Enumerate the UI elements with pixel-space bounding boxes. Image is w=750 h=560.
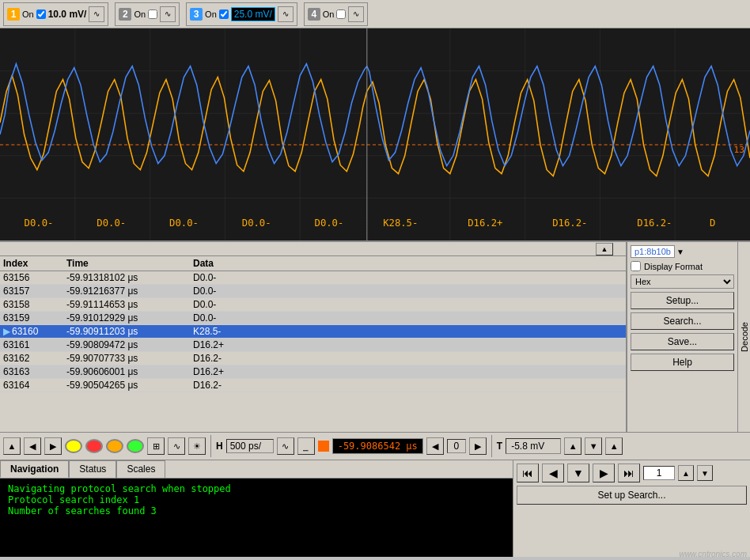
row-data: D0.0-	[193, 312, 623, 324]
table-row[interactable]: 63161 -59.90809472 μs D16.2+	[0, 339, 626, 352]
p1-label[interactable]: p1:8b10b	[631, 245, 675, 258]
format-select[interactable]: Hex Decimal Binary ASCII	[631, 274, 734, 289]
ch4-checkbox[interactable]	[336, 9, 346, 19]
trigger-up-btn[interactable]: ▲	[3, 437, 21, 455]
nav-first-btn[interactable]: ⏮	[517, 464, 539, 482]
wave-btn[interactable]: ∿	[168, 437, 185, 455]
voltage-up-btn[interactable]: ▲	[564, 437, 581, 455]
waveform-svg: D0.0- D0.0- D0.0- D0.0- D0.0- K28.5- D16…	[0, 28, 750, 240]
table-row[interactable]: 63157 -59.91216377 μs D0.0-	[0, 285, 626, 298]
divider-1	[210, 435, 211, 457]
table-row[interactable]: 63159 -59.91012929 μs D0.0-	[0, 312, 626, 325]
nav-panel: Navigation Status Scales Navigating prot…	[0, 460, 750, 557]
row-data: D16.2+	[193, 339, 623, 350]
row-time: -59.90504265 μs	[66, 380, 193, 391]
help-button[interactable]: Help	[631, 354, 734, 371]
t-label: T	[497, 441, 502, 452]
channel-sel-left[interactable]: ◀	[24, 437, 41, 455]
row-time: -59.90809472 μs	[66, 339, 193, 350]
setup-button[interactable]: Setup...	[631, 292, 734, 309]
h-label: H	[216, 441, 223, 452]
row-index: 63163	[3, 366, 66, 377]
nav-controls: ⏮ ◀ ▼ ▶ ⏭ ▲ ▼	[517, 464, 747, 482]
nav-next-btn[interactable]: ▶	[593, 464, 615, 482]
row-index: ▶63160	[3, 326, 66, 337]
row-index: 63157	[3, 286, 66, 297]
table-row[interactable]: 63164 -59.90504265 μs D16.2-	[0, 379, 626, 392]
cursor-right-btn[interactable]: ▶	[469, 437, 487, 455]
time-nav-wave[interactable]: ∿	[277, 437, 294, 455]
channel-4-ctrl: 4 On ∿	[304, 2, 369, 26]
setup-search-button[interactable]: Set up Search...	[517, 486, 747, 505]
table-body[interactable]: 63156 -59.91318102 μs D0.0- 63157 -59.91…	[0, 271, 626, 432]
row-index: 63159	[3, 312, 66, 324]
nav-prev-btn[interactable]: ◀	[542, 464, 564, 482]
channel-1-ctrl: 1 On 10.0 mV/ ∿	[3, 2, 108, 26]
ch1-num[interactable]: 1	[7, 8, 20, 21]
row-data: D16.2-	[193, 380, 623, 391]
ch4-num[interactable]: 4	[308, 8, 320, 21]
trigger-num[interactable]: 0	[447, 439, 466, 453]
right-panel: p1:8b10b ▼ Display Format Hex Decimal Bi…	[627, 242, 737, 432]
voltage-down-btn[interactable]: ▼	[585, 437, 602, 455]
ch3-wave-icon[interactable]: ∿	[278, 6, 294, 22]
display-checkbox[interactable]	[631, 261, 641, 271]
table-row[interactable]: 63158 -59.91114653 μs D0.0-	[0, 298, 626, 312]
p1-dropdown-icon[interactable]: ▼	[676, 248, 684, 256]
ch1-checkbox[interactable]	[36, 9, 46, 19]
row-index: 63158	[3, 299, 66, 310]
ch1-on-label: On	[22, 9, 34, 19]
svg-text:D16.2-: D16.2-	[637, 218, 672, 229]
svg-text:D16.2-: D16.2-	[552, 218, 587, 229]
nav-search-num[interactable]	[643, 466, 675, 480]
ch1-wave-icon[interactable]: ∿	[89, 6, 104, 22]
ch1-voltage: 10.0 mV/	[48, 9, 87, 20]
save-button[interactable]: Save...	[631, 333, 734, 350]
time-nav-flat[interactable]: ⎯	[297, 437, 315, 455]
ch3-num[interactable]: 3	[190, 8, 203, 21]
search-button[interactable]: Search...	[631, 312, 734, 330]
tab-scales[interactable]: Scales	[116, 460, 165, 478]
row-data: K28.5-	[193, 326, 623, 337]
ch2-checkbox[interactable]	[148, 9, 157, 19]
channel-3-ctrl: 3 On 25.0 mV/ ∿	[186, 2, 297, 26]
display-btn[interactable]: ☀	[188, 437, 206, 455]
channel-sel-right[interactable]: ▶	[44, 437, 62, 455]
cursor-left-btn[interactable]: ◀	[426, 437, 444, 455]
time-per-div[interactable]: 500 ps/	[226, 439, 274, 453]
nav-last-btn[interactable]: ⏭	[618, 464, 640, 482]
nav-tabs: Navigation Status Scales	[0, 460, 513, 479]
divider-2	[491, 435, 492, 457]
row-index: 63156	[3, 272, 66, 283]
row-time: -59.90606001 μs	[66, 366, 193, 377]
nav-down-btn[interactable]: ▼	[567, 464, 589, 482]
table-row[interactable]: 63162 -59.90707733 μs D16.2-	[0, 352, 626, 365]
waveform-area[interactable]: D0.0- D0.0- D0.0- D0.0- D0.0- K28.5- D16…	[0, 28, 750, 242]
cursor-color-indicator	[318, 441, 329, 452]
ch3-voltage: 25.0 mV/	[231, 7, 275, 21]
color-green-btn[interactable]	[127, 439, 144, 453]
ch2-wave-icon[interactable]: ∿	[160, 6, 176, 22]
table-row[interactable]: ▶63160 -59.90911203 μs K28.5-	[0, 325, 626, 339]
nav-scroll-up[interactable]: ▲	[678, 465, 694, 481]
tab-status[interactable]: Status	[69, 460, 116, 478]
table-row[interactable]: 63156 -59.91318102 μs D0.0-	[0, 271, 626, 285]
col-index: Index	[3, 258, 66, 269]
row-data: D16.2-	[193, 353, 623, 364]
row-data: D16.2+	[193, 366, 623, 377]
tab-navigation[interactable]: Navigation	[0, 460, 69, 478]
table-scroll-up[interactable]: ▲	[596, 243, 613, 255]
ch4-wave-icon[interactable]: ∿	[348, 6, 364, 22]
decode-panel[interactable]: Decode	[737, 242, 750, 432]
table-row[interactable]: 63163 -59.90606001 μs D16.2+	[0, 365, 626, 379]
color-red-btn[interactable]	[85, 439, 103, 453]
trigger-ref-btn[interactable]: ▲	[605, 437, 623, 455]
nav-scroll-down[interactable]: ▼	[697, 465, 713, 481]
measure-btn[interactable]: ⊞	[147, 437, 165, 455]
svg-text:D16.2+: D16.2+	[468, 218, 502, 229]
ch3-checkbox[interactable]	[219, 9, 229, 19]
color-yellow-btn[interactable]	[65, 439, 82, 453]
ch2-num[interactable]: 2	[119, 8, 131, 21]
ch4-on-label: On	[323, 9, 335, 19]
color-orange-btn[interactable]	[106, 439, 123, 453]
